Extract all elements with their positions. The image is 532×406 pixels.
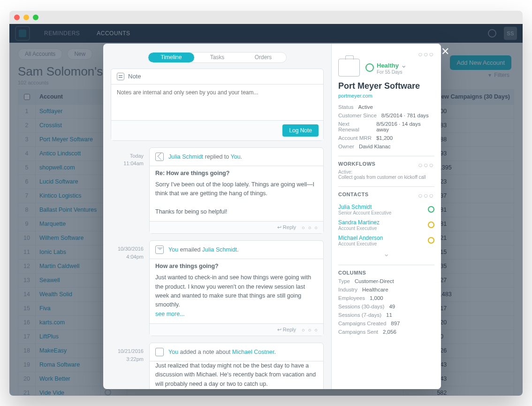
close-icon[interactable]: ✕ (441, 46, 449, 58)
kv-row: Sessions (7-days)11 (338, 312, 434, 318)
kv-row: Account MRR$1,200 (338, 135, 434, 141)
workflows-title: WORKFLOWS (338, 161, 376, 167)
tab-timeline[interactable]: Timeline (148, 53, 194, 62)
kv-row: IndustryHealthcare (338, 287, 434, 292)
see-more-link[interactable]: see more... (155, 311, 185, 317)
workflows-text: Collect goals from customer on kickoff c… (338, 175, 434, 180)
account-meta: StatusActiveCustomer Since8/5/2014 · 781… (338, 104, 434, 149)
kv-row: Next Renewal8/5/2016 · 14 days away (338, 121, 434, 132)
briefcase-icon (338, 59, 360, 77)
entry-actor[interactable]: Julia Schmidt (168, 153, 203, 160)
entry-verb: replied to (203, 153, 230, 160)
entry-more-icon[interactable]: ○ ○ ○ (302, 225, 319, 230)
mood-icon (428, 206, 434, 213)
entry-target[interactable]: Michael Costner (232, 349, 274, 355)
entry-verb: added a note about (178, 349, 232, 355)
contact-name[interactable]: Julia Schmidt (338, 204, 391, 210)
kv-value: $1,200 (376, 135, 393, 141)
kv-value: 11 (386, 312, 392, 318)
expand-contacts-icon[interactable]: ⌄ (338, 249, 434, 258)
tab-tasks[interactable]: Tasks (194, 53, 240, 62)
kv-value: Active (358, 104, 373, 110)
kv-row: Employees1,000 (338, 295, 434, 301)
contact-row[interactable]: Sandra MartinezAccount Executive (338, 219, 434, 231)
entry-target[interactable]: You (231, 153, 241, 160)
contacts-title: CONTACTS (338, 192, 369, 197)
kv-value: Customer-Direct (355, 278, 394, 284)
entry-timestamp: 10/30/20164:04pm (111, 240, 144, 336)
contact-row[interactable]: Michael AndersonAccount Executive (338, 235, 434, 246)
entry-actor[interactable]: You (168, 246, 178, 253)
note-composer: Note Log Note (111, 69, 324, 141)
note-icon (155, 348, 164, 356)
entry-subject: Re: How are things going? (150, 166, 323, 180)
kv-key: Campaigns Created (338, 321, 386, 326)
kv-key: Campaigns Sent (338, 329, 378, 335)
entry-body: Sorry I've been out of the loop lately. … (150, 180, 323, 222)
workflows-more-icon[interactable]: ○○○ (418, 161, 434, 169)
kv-key: Account MRR (338, 135, 372, 141)
kv-value: 897 (391, 321, 400, 326)
entry-target[interactable]: Julia Schmidt (202, 246, 237, 253)
mail-icon (155, 245, 164, 254)
columns-title: COLUMNS (338, 270, 434, 276)
kv-value[interactable]: David Klanac (359, 144, 391, 149)
contacts-section: CONTACTS ○○○ Julia SchmidtSenior Account… (338, 186, 434, 258)
contact-name[interactable]: Michael Anderson (338, 235, 383, 241)
kv-row: StatusActive (338, 104, 434, 110)
reply-button[interactable]: ↩ Reply (277, 327, 296, 333)
timeline-entry: Today11:04am Julia Schmidt replied to Yo… (111, 147, 324, 234)
entry-actor[interactable]: You (168, 349, 178, 355)
account-name: Port Meyer Software (338, 81, 434, 91)
note-textarea[interactable] (111, 84, 323, 118)
kv-row: OwnerDavid Klanac (338, 144, 434, 149)
health-label: Healthy (377, 62, 399, 69)
kv-key: Employees (338, 295, 365, 301)
contact-role: Account Executive (338, 241, 383, 246)
window-close-dot[interactable] (14, 15, 20, 20)
contact-name[interactable]: Sandra Martinez (338, 219, 380, 226)
kv-value: 8/5/2016 · 14 days away (376, 121, 434, 132)
smiley-icon (365, 63, 374, 72)
health-sub: For 55 Days (377, 69, 407, 75)
kv-key: Owner (338, 144, 354, 149)
kv-row: TypeCustomer-Direct (338, 278, 434, 284)
log-note-button[interactable]: Log Note (282, 124, 319, 137)
entry-card: You added a note about Michael Costner. … (149, 343, 324, 389)
kv-row: Campaigns Created897 (338, 321, 434, 326)
mood-icon (428, 222, 434, 228)
kv-key: Status (338, 104, 354, 110)
note-icon (117, 73, 124, 80)
contact-role: Account Executive (338, 226, 380, 231)
kv-row: Sessions (30-days)49 (338, 304, 434, 309)
modal-left: Timeline Tasks Orders Note Log Note Toda… (103, 44, 331, 389)
contact-row[interactable]: Julia SchmidtSenior Account Executive (338, 204, 434, 215)
modal-right-panel: ○○○ Healthy ⌄ For 55 Days Port Meyer Sof… (331, 44, 441, 389)
reply-icon (155, 153, 164, 161)
tab-orders[interactable]: Orders (240, 53, 286, 62)
reply-button[interactable]: ↩ Reply (277, 224, 296, 230)
contacts-more-icon[interactable]: ○○○ (418, 192, 434, 200)
columns-section: COLUMNS TypeCustomer-DirectIndustryHealt… (338, 265, 434, 335)
kv-value: 49 (389, 304, 395, 309)
kv-key: Next Renewal (338, 121, 372, 132)
mood-icon (428, 237, 434, 244)
entry-timestamp: Today11:04am (111, 147, 144, 234)
timeline-entry: 10/30/20164:04pm You emailed Julia Schmi… (111, 240, 324, 336)
kv-value: Healthcare (362, 287, 388, 292)
kv-key: Type (338, 278, 350, 284)
window-titlebar (9, 11, 523, 24)
contact-role: Senior Account Executive (338, 210, 391, 215)
timeline-feed: Today11:04am Julia Schmidt replied to Yo… (103, 147, 331, 389)
entry-timestamp: 10/21/20163:22pm (111, 343, 144, 389)
workflows-active-label: Active: (338, 169, 434, 175)
chevron-down-icon[interactable]: ⌄ (401, 61, 407, 69)
entry-verb: emailed (178, 246, 202, 253)
window-max-dot[interactable] (33, 15, 38, 20)
workflows-section: WORKFLOWS ○○○ Active: Collect goals from… (338, 156, 434, 180)
account-domain-link[interactable]: portmeyer.com (338, 93, 372, 99)
entry-body: Just realized that today might not be th… (150, 361, 323, 389)
entry-more-icon[interactable]: ○ ○ ○ (302, 327, 319, 333)
entry-body: Just wanted to check-in and see how thin… (150, 273, 323, 323)
window-min-dot[interactable] (23, 15, 29, 20)
